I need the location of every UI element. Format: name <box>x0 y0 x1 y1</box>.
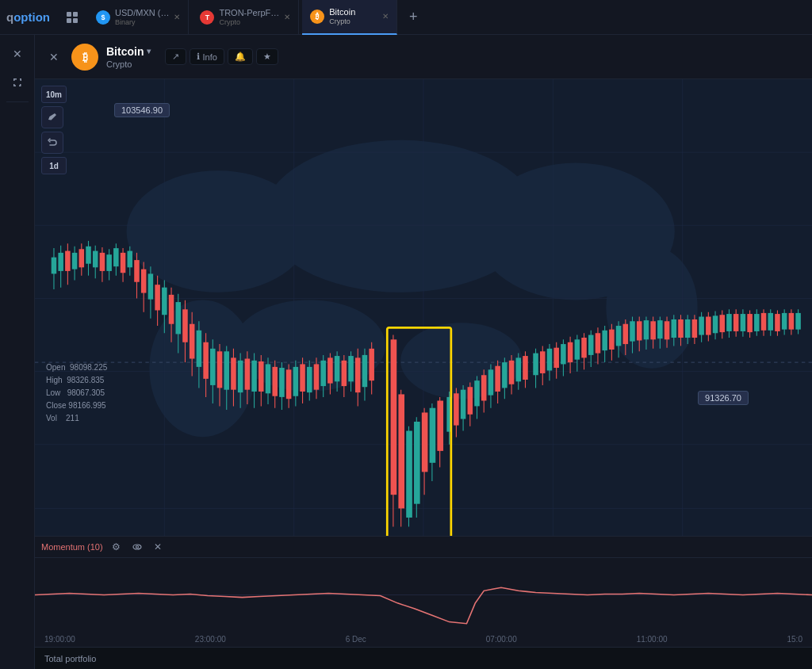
time-label-4: 07:00:00 <box>486 635 517 644</box>
tab-icon-tron: T <box>200 10 214 25</box>
momentum-settings-button[interactable]: ⚙ <box>109 540 124 554</box>
info-icon: ℹ <box>197 52 200 62</box>
app-logo: q option <box>6 10 50 24</box>
tab-icon-usd: $ <box>96 10 110 25</box>
tab-usd-mxn[interactable]: $ USD/MXN (… Binary ✕ <box>88 0 189 35</box>
ohlc-low: Low 98067.305 <box>46 387 107 399</box>
draw-tool-button[interactable] <box>41 106 63 128</box>
bottom-bar: Total portfolio <box>35 647 812 669</box>
asset-dropdown-icon: ▾ <box>147 47 151 55</box>
sidebar-close-btn[interactable]: ✕ <box>5 41 30 67</box>
bell-button[interactable]: 🔔 <box>228 48 253 65</box>
sidebar-expand-btn[interactable] <box>5 70 30 95</box>
close-chart-button[interactable]: ✕ <box>44 48 63 67</box>
momentum-strip: Momentum (10) ⚙ ✕ <box>35 536 812 631</box>
ohlc-close: Close 98166.995 <box>46 399 107 412</box>
info-button[interactable]: ℹ Info <box>190 48 224 65</box>
chart-area: ✕ ₿ Bitcoin ▾ Crypto ↗ ℹ Info 🔔 <box>35 35 812 669</box>
asset-icon: ₿ <box>71 44 98 71</box>
tab-label-tron: TRON-PerpF… <box>219 8 279 17</box>
time-label-5: 11:00:00 <box>637 635 668 644</box>
time-label-1: 19:00:00 <box>44 635 75 644</box>
svg-point-9 <box>400 323 523 399</box>
total-portfolio-label: Total portfolio <box>44 654 96 663</box>
price-label-high: 103546.90 <box>114 103 170 117</box>
asset-name[interactable]: Bitcoin ▾ <box>106 45 151 58</box>
time-label-2: 23:00:00 <box>195 635 226 644</box>
tab-label-usd: USD/MXN (… <box>115 8 169 17</box>
tab-type-usd: Binary <box>115 18 169 26</box>
ohlc-info: Open 98098.225 High 98326.835 Low 98067.… <box>46 361 107 425</box>
tab-icon-btc: ₿ <box>310 10 324 24</box>
sidebar-divider-1 <box>6 101 29 102</box>
grid-view-button[interactable] <box>59 5 85 30</box>
main-layout: ✕ ✕ ₿ Bitcoin ▾ Crypto ↗ <box>0 35 812 669</box>
tab-type-tron: Crypto <box>219 18 279 26</box>
tab-close-usd[interactable]: ✕ <box>174 13 180 21</box>
chart-canvas: 103546.90 91326.70 Open 98098.225 High 9… <box>35 79 812 536</box>
time-label-3: 6 Dec <box>346 635 366 644</box>
timeframe-10m-button[interactable]: 10m <box>41 86 67 103</box>
time-label-6: 15:0 <box>787 635 802 644</box>
ohlc-vol: Vol 211 <box>46 412 107 425</box>
ohlc-open: Open 98098.225 <box>46 361 107 374</box>
expand-icon: ↗ <box>172 52 179 62</box>
tab-tron[interactable]: T TRON-PerpF… Crypto ✕ <box>192 0 299 35</box>
tab-type-bitcoin: Crypto <box>329 17 355 25</box>
svg-point-7 <box>606 247 697 369</box>
tab-bitcoin[interactable]: ₿ Bitcoin Crypto ✕ <box>302 0 397 35</box>
left-sidebar: ✕ <box>0 35 35 669</box>
star-icon: ★ <box>263 52 271 62</box>
svg-rect-2 <box>67 18 71 23</box>
chart-tools: ↗ ℹ Info 🔔 ★ <box>165 48 278 65</box>
svg-point-8 <box>233 300 385 391</box>
tab-label-bitcoin: Bitcoin <box>329 7 355 17</box>
add-tab-button[interactable]: + <box>400 5 426 30</box>
timeframe-1d-button[interactable]: 1d <box>41 157 67 174</box>
momentum-close-button[interactable]: ✕ <box>151 540 165 554</box>
svg-rect-1 <box>73 12 78 17</box>
asset-type: Crypto <box>106 59 151 69</box>
svg-point-10 <box>149 300 255 437</box>
svg-point-235 <box>136 546 138 549</box>
undo-button[interactable] <box>41 132 63 154</box>
asset-info: Bitcoin ▾ Crypto <box>106 45 151 69</box>
expand-chart-button[interactable]: ↗ <box>165 48 186 65</box>
chart-header: ✕ ₿ Bitcoin ▾ Crypto ↗ ℹ Info 🔔 <box>35 35 812 79</box>
bell-icon: 🔔 <box>235 52 246 62</box>
ohlc-high: High 98326.835 <box>46 374 107 387</box>
momentum-chart <box>35 558 812 632</box>
world-map-bg <box>35 79 812 536</box>
momentum-label: Momentum (10) <box>41 542 103 552</box>
star-button[interactable]: ★ <box>256 48 278 65</box>
tab-close-bitcoin[interactable]: ✕ <box>382 12 389 21</box>
navbar: q option $ USD/MXN (… Binary ✕ T TRON-Pe… <box>0 0 812 35</box>
momentum-eye-button[interactable] <box>130 540 144 554</box>
svg-rect-3 <box>73 18 78 23</box>
price-label-low: 91326.70 <box>698 391 749 405</box>
momentum-header: Momentum (10) ⚙ ✕ <box>35 537 812 558</box>
chart-left-tools: 10m 1d <box>41 86 67 174</box>
tab-close-tron[interactable]: ✕ <box>284 13 290 21</box>
svg-rect-0 <box>67 12 71 17</box>
